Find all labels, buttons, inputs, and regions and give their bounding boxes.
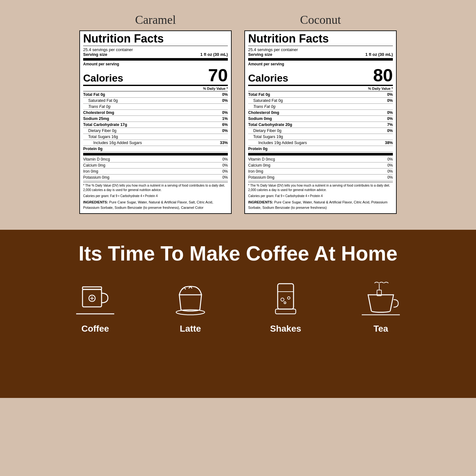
nf-footnote: * The % Daily Value (DV) tells you how m…: [248, 182, 393, 192]
nf-serving-size-row: Serving size1 fl oz (30 mL): [83, 52, 228, 61]
nf-title: Nutrition Facts: [248, 33, 393, 46]
nutrient-name: Trans Fat 0g: [253, 104, 393, 109]
ingredients-label: INGREDIENTS:: [83, 200, 108, 204]
nf-servings-per: 25.4 servings per container: [83, 47, 228, 52]
nf-nutrient-row: Protein 0g: [248, 146, 393, 152]
nutrient-name: Total Fat 0g: [83, 92, 222, 97]
micro-name: Iron 0mg: [83, 169, 98, 174]
icon-block-shakes: Shakes: [267, 281, 305, 334]
nutrition-label: Nutrition Facts25.4 servings per contain…: [244, 30, 397, 214]
micro-name: Vitamin D 0mcg: [83, 157, 110, 162]
nf-servings-per: 25.4 servings per container: [248, 47, 393, 52]
micro-name: Calcium 0mg: [83, 163, 105, 168]
nutrient-dv: 0%: [387, 98, 393, 103]
flavor-block-caramel: CaramelNutrition Facts25.4 servings per …: [79, 13, 232, 214]
micro-name: Potassium 0mg: [248, 175, 274, 180]
micro-dv: 0%: [222, 169, 228, 174]
nf-nutrient-row: Saturated Fat 0g0%: [83, 98, 228, 104]
nf-nutrient-row: Total Carbohydrate 17g6%: [83, 122, 228, 128]
nf-cal-per-gram: Calories per gram: Fat 9 • Carbohydrate …: [83, 194, 228, 198]
calories-label: Calories: [83, 72, 123, 84]
calories-value: 80: [373, 66, 393, 84]
nf-nutrient-row: Cholesterol 0mg0%: [83, 110, 228, 116]
nf-micro-row: Iron 0mg0%: [83, 169, 228, 175]
calories-value: 70: [208, 66, 228, 84]
serving-size-value: 1 fl oz (30 mL): [365, 52, 393, 57]
micro-dv: 0%: [387, 175, 393, 180]
nutrient-name: Total Carbohydrate 17g: [83, 122, 222, 127]
ingredients-label: INGREDIENTS:: [248, 200, 273, 204]
nutrient-name: Includes 16g Added Sugars: [93, 141, 220, 145]
nf-nutrient-row: Trans Fat 0g: [83, 104, 228, 110]
nutrient-name: Sodium 25mg: [83, 116, 222, 121]
nf-micro-row: Potassium 0mg0%: [248, 175, 393, 181]
nf-title: Nutrition Facts: [83, 33, 228, 46]
latte-icon: [171, 281, 209, 319]
serving-size-value: 1 fl oz (30 mL): [200, 52, 228, 57]
micro-name: Iron 0mg: [248, 169, 263, 174]
shakes-icon: [267, 281, 305, 319]
nf-micro-row: Potassium 0mg0%: [83, 175, 228, 181]
nutrient-name: Sodium 0mg: [248, 116, 387, 121]
svg-rect-8: [275, 309, 296, 314]
micro-name: Vitamin D 0mcg: [248, 157, 275, 162]
nutrient-name: Total Fat 0g: [248, 92, 387, 97]
tagline: Its Time To Make Coffee At Home: [78, 242, 397, 265]
icons-row: Coffee Latte Shakes Tea: [48, 281, 428, 334]
nf-calories-row: Calories70: [83, 66, 228, 86]
svg-rect-7: [278, 284, 294, 309]
nf-micro-row: Calcium 0mg0%: [83, 162, 228, 169]
nutrient-dv: 0%: [222, 92, 228, 97]
nf-micro-row: Vitamin D 0mcg0%: [248, 156, 393, 162]
micro-dv: 0%: [387, 157, 393, 162]
icon-label: Shakes: [270, 324, 301, 334]
flavor-block-coconut: CoconutNutrition Facts25.4 servings per …: [244, 13, 397, 214]
nutrient-dv: 7%: [387, 122, 393, 127]
nf-dv-header: % Daily Value *: [83, 87, 228, 91]
nutrient-dv: 0%: [222, 129, 228, 133]
nf-nutrient-row: Dietary Fiber 0g0%: [83, 128, 228, 134]
nutrient-dv: 0%: [387, 116, 393, 121]
nutrient-name: Total Sugars 16g: [88, 135, 228, 139]
nutrient-name: Protein 0g: [83, 147, 228, 151]
micro-name: Potassium 0mg: [83, 175, 109, 180]
top-section: CaramelNutrition Facts25.4 servings per …: [0, 0, 476, 230]
tea-icon: [362, 281, 400, 319]
flavor-title: Caramel: [135, 13, 176, 27]
nutrient-dv: 0%: [387, 129, 393, 133]
micro-dv: 0%: [222, 157, 228, 162]
nutrient-dv: 6%: [222, 122, 228, 127]
nutrient-name: Trans Fat 0g: [88, 104, 228, 109]
micro-dv: 0%: [222, 163, 228, 168]
nf-footnote: * The % Daily Value (DV) tells you how m…: [83, 182, 228, 192]
icon-label: Tea: [374, 324, 388, 334]
nutrient-dv: 1%: [222, 116, 228, 121]
nutrient-dv: 0%: [222, 110, 228, 115]
nf-nutrient-row: Includes 16g Added Sugars33%: [83, 140, 228, 146]
nutrient-dv: 33%: [220, 141, 228, 145]
nf-dv-header: % Daily Value *: [248, 87, 393, 91]
nf-cal-per-gram: Calories per gram: Fat 9 • Carbohydrate …: [248, 194, 393, 198]
nf-nutrient-row: Protein 0g: [83, 146, 228, 152]
bottom-section: Its Time To Make Coffee At Home Coffee L…: [0, 230, 476, 398]
icon-block-coffee: Coffee: [76, 281, 114, 334]
nutrient-name: Dietary Fiber 0g: [253, 129, 387, 133]
icon-block-latte: Latte: [171, 281, 209, 334]
nf-nutrient-row: Total Sugars 19g: [248, 134, 393, 140]
nf-nutrient-row: Total Carbohydrate 20g7%: [248, 122, 393, 128]
nutrient-name: Saturated Fat 0g: [88, 98, 222, 103]
flavor-title: Coconut: [300, 13, 341, 27]
icon-label: Latte: [180, 324, 201, 334]
nf-serving-size-row: Serving size1 fl oz (30 mL): [248, 52, 393, 61]
nf-nutrient-row: Total Sugars 16g: [83, 134, 228, 140]
nf-nutrient-row: Total Fat 0g0%: [83, 92, 228, 98]
nf-ingredients: INGREDIENTS: Pure Cane Sugar, Water, Nat…: [83, 200, 228, 210]
nf-amount-label: Amount per serving: [83, 62, 228, 66]
nutrient-name: Dietary Fiber 0g: [88, 129, 222, 133]
svg-point-10: [281, 298, 284, 301]
nf-micro-row: Vitamin D 0mcg0%: [83, 156, 228, 162]
nutrient-name: Cholesterol 0mg: [83, 110, 222, 115]
icon-block-tea: Tea: [362, 281, 400, 334]
micro-name: Calcium 0mg: [248, 163, 270, 168]
calories-label: Calories: [248, 72, 288, 84]
